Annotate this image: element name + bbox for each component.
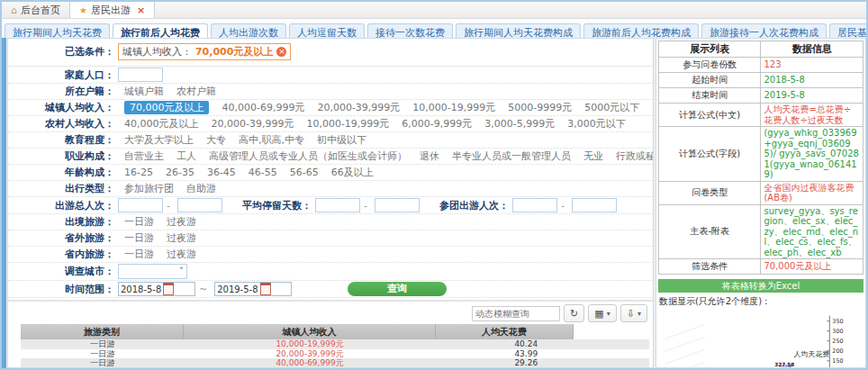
- window-tab-1[interactable]: ★居民出游×: [69, 1, 155, 18]
- filter-option[interactable]: 过夜游: [167, 215, 196, 229]
- filter-option[interactable]: 自助游: [186, 182, 216, 195]
- filter-option[interactable]: 高级管理人员或专业人员（如医生或会计师）: [209, 149, 407, 163]
- filter-option[interactable]: 56-65: [290, 167, 319, 178]
- filter-option[interactable]: 初中级以下: [317, 133, 366, 147]
- family-size-input[interactable]: [118, 68, 163, 82]
- filter-option[interactable]: 无业: [583, 149, 603, 163]
- svg-text:200: 200: [832, 347, 843, 355]
- result-table: 旅游类别城镇人均收入人均天花费 一日游10,000-19,999元40.24一日…: [21, 324, 649, 368]
- window-tab-0[interactable]: ⌂后台首页: [2, 2, 69, 18]
- filter-option[interactable]: 3,000元以下: [567, 117, 626, 131]
- filter-option[interactable]: 40,000-69,999元: [222, 101, 304, 114]
- filter-option[interactable]: 农村户籍: [176, 85, 216, 98]
- date-to-input[interactable]: 2019-5-8: [214, 282, 292, 296]
- info-row-label: 参与问卷份数: [658, 58, 761, 73]
- filter-option[interactable]: 26-35: [166, 167, 194, 178]
- filter-option[interactable]: 行政或秘书或文员: [616, 149, 654, 163]
- option-group: 自营业主工人高级管理人员或专业人员（如医生或会计师）退休半专业人员或一般管理人员…: [118, 149, 654, 163]
- form-row-label: 农村人均收入：: [8, 117, 114, 131]
- filter-option[interactable]: 工人: [176, 149, 196, 163]
- inline-range-label: 平均停留天数：: [242, 199, 312, 212]
- form-row-0: 家庭人口：: [8, 67, 653, 84]
- filter-option[interactable]: 6,000-9,999元: [402, 117, 472, 131]
- calendar-icon[interactable]: [260, 283, 271, 295]
- cell-travel-type: 一日游: [21, 349, 184, 359]
- filter-option[interactable]: 大学及大学以上: [124, 133, 194, 147]
- filter-option[interactable]: 46-55: [249, 167, 277, 178]
- filter-option[interactable]: 10,000-19,999元: [306, 117, 389, 131]
- calendar-icon[interactable]: [163, 283, 174, 295]
- filter-option[interactable]: 36-45: [207, 167, 236, 178]
- query-button[interactable]: 查询: [348, 282, 447, 296]
- range-input[interactable]: [315, 198, 360, 212]
- condition-tag-value: 70,000元及以上: [195, 45, 273, 59]
- filter-option[interactable]: 5000元以下: [584, 101, 639, 114]
- filter-option[interactable]: 10,000-19,999元: [412, 101, 495, 114]
- filter-option[interactable]: 过夜游: [167, 248, 196, 261]
- filter-option[interactable]: 过夜游: [167, 231, 196, 245]
- form-row-1: 所在户籍：城镇户籍农村户籍: [8, 84, 653, 100]
- range-input[interactable]: [572, 198, 617, 212]
- filter-option[interactable]: 参加旅行团: [124, 182, 174, 195]
- result-table-body: 一日游10,000-19,999元40.24一日游20,000-39,999元4…: [21, 339, 649, 368]
- window-tab-label: 居民出游: [91, 4, 131, 17]
- filter-option[interactable]: 自营业主: [124, 149, 164, 163]
- filter-option[interactable]: 半专业人员或一般管理人员: [452, 149, 571, 163]
- table-row[interactable]: 一日游10,000-19,999元40.24: [21, 339, 649, 349]
- home-icon: ⌂: [11, 5, 17, 16]
- filter-option[interactable]: 20,000-39,999元: [211, 117, 294, 131]
- filter-option[interactable]: 一日游: [124, 231, 154, 245]
- form-row-12: 调查城市：˅: [8, 263, 653, 281]
- export-excel-button[interactable]: 将表格转换为Excel: [658, 279, 863, 293]
- filter-option[interactable]: 高中,职高,中专: [239, 133, 304, 147]
- range-input[interactable]: [177, 198, 222, 212]
- form-row-9: 出境旅游：一日游过夜游: [8, 214, 653, 230]
- city-select[interactable]: ˅: [118, 264, 187, 279]
- range-input[interactable]: [375, 198, 420, 212]
- form-row-2: 城镇人均收入：70,000元及以上40,000-69,999元20,000-39…: [8, 100, 653, 116]
- filter-option[interactable]: 66及以上: [331, 166, 374, 179]
- form-row-7: 出行类型：参加旅行团自助游: [8, 181, 653, 197]
- filter-option[interactable]: 退休: [420, 149, 439, 163]
- date-separator: ~: [199, 284, 207, 295]
- left-collapse-strip[interactable]: [2, 38, 6, 368]
- range-input[interactable]: [512, 198, 557, 212]
- filter-option[interactable]: 70,000元及以上: [124, 101, 210, 114]
- refresh-button[interactable]: ↻: [564, 304, 584, 322]
- filter-and-table-panel: 已选条件： 城镇人均收入： 70,000元及以上 × 家庭人口：所在户籍：城镇户…: [7, 38, 654, 368]
- condition-tag-prefix: 城镇人均收入：: [122, 45, 192, 59]
- bar-过夜游-4: 327.58: [774, 362, 794, 368]
- date-from-input[interactable]: 2018-5-8: [118, 282, 195, 296]
- filter-option[interactable]: 一日游: [124, 248, 154, 261]
- filter-option[interactable]: 5000-9999元: [508, 101, 572, 114]
- export-button[interactable]: ⇩▾: [620, 304, 647, 322]
- option-group: 一日游过夜游: [118, 231, 203, 245]
- option-group: 大学及大学以上大专高中,职高,中专初中级以下: [118, 133, 373, 147]
- range-input[interactable]: [118, 198, 163, 212]
- table-row[interactable]: 一日游40,000-69,999元29.26: [21, 358, 649, 368]
- form-row-8: 出游总人次：-平均停留天数：-参团出游人次：-: [8, 197, 653, 214]
- table-row[interactable]: 一日游20,000-39,999元43.99: [21, 349, 649, 359]
- remove-condition-icon[interactable]: ×: [276, 47, 286, 57]
- filter-option[interactable]: 20,000-39,999元: [317, 101, 400, 114]
- filter-option[interactable]: 16-25: [124, 167, 153, 178]
- form-row-13: 时间范围：2018-5-8~2019-5-8查询: [8, 281, 653, 298]
- form-row-label: 所在户籍：: [8, 85, 114, 98]
- filter-option[interactable]: 40,000元及以上: [124, 117, 199, 131]
- fuzzy-search-input[interactable]: [472, 306, 560, 321]
- cell-travel-type: 一日游: [21, 339, 184, 349]
- cell-empty: [574, 339, 649, 349]
- window-tab-label: 后台首页: [21, 4, 60, 17]
- form-row-label: 年龄构成：: [8, 166, 114, 179]
- filter-option[interactable]: 城镇户籍: [124, 85, 164, 98]
- form-row-6: 年龄构成：16-2526-3536-4546-5556-6566及以上: [8, 165, 653, 181]
- form-row-3: 农村人均收入：40,000元及以上20,000-39,999元10,000-19…: [8, 116, 653, 132]
- columns-button[interactable]: ▦▾: [588, 304, 616, 322]
- close-tab-icon[interactable]: ×: [137, 5, 145, 16]
- cell-cost-value: 40.24: [436, 339, 574, 349]
- form-row-label: 家庭人口：: [8, 68, 114, 82]
- info-row-value: 2018-5-8: [761, 73, 863, 88]
- filter-option[interactable]: 一日游: [124, 215, 154, 229]
- filter-option[interactable]: 3,000-5,999元: [484, 117, 555, 131]
- filter-option[interactable]: 大专: [206, 133, 226, 147]
